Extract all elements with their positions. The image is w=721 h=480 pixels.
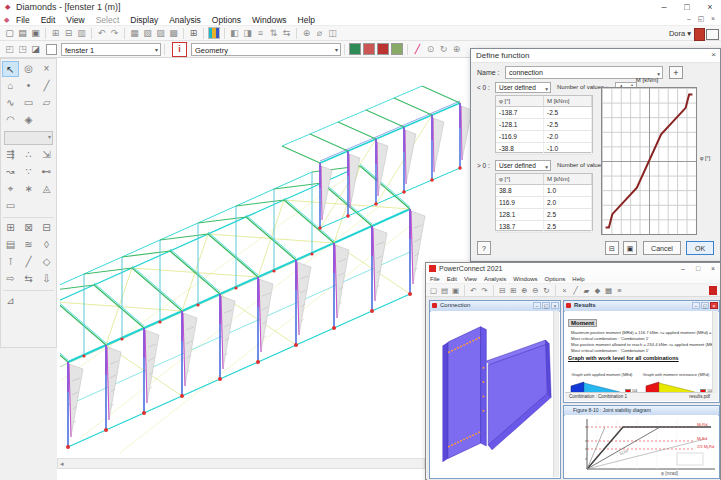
mesh-tool-5[interactable]: ≋ — [20, 237, 37, 253]
pc-minimize-button[interactable]: – — [676, 263, 690, 274]
menu-edit[interactable]: Edit — [41, 15, 56, 25]
list-icon[interactable]: ≡ — [254, 27, 267, 40]
pc-report-icon[interactable]: ⊞ — [508, 285, 519, 296]
maximize-button[interactable]: □ — [676, 0, 698, 14]
cell-moment[interactable]: 2.5 — [544, 221, 592, 232]
print-icon[interactable]: ⊟ — [62, 27, 75, 40]
pc-menu-view[interactable]: View — [464, 276, 477, 282]
cell-angle[interactable]: 128.1 — [496, 209, 544, 220]
help-button[interactable]: ? — [477, 241, 491, 255]
cell-angle[interactable]: -38.8 — [496, 143, 544, 154]
cell-angle[interactable]: -138.7 — [496, 107, 544, 118]
rotate-icon[interactable]: ↻ — [437, 43, 450, 56]
open-file-icon[interactable]: ▤ — [16, 27, 29, 40]
menu-analysis[interactable]: Analysis — [169, 15, 201, 25]
select-tool[interactable]: ↖ — [2, 61, 19, 77]
display-left-icon[interactable]: ◧ — [228, 27, 241, 40]
display-right-icon[interactable]: ◨ — [241, 27, 254, 40]
print-button[interactable]: ⊟ — [605, 241, 619, 255]
results-body[interactable]: Moment Maximum positive moment (MRd) = 1… — [565, 311, 718, 401]
mesh-tool-2[interactable]: ⊠ — [20, 220, 37, 236]
flip-vertical-icon[interactable]: ⇅ — [267, 27, 280, 40]
new-file-icon[interactable]: ▢ — [3, 27, 16, 40]
cell-angle[interactable]: -116.9 — [496, 131, 544, 142]
pc-new-icon[interactable]: ▢ — [428, 285, 439, 296]
node-tool[interactable]: • — [20, 78, 37, 94]
pc-menu-options[interactable]: Options — [545, 276, 566, 282]
red-grid-2-icon[interactable] — [377, 43, 389, 55]
section-icon[interactable]: ◫ — [326, 27, 339, 40]
dialog-titlebar[interactable]: Define function — [471, 49, 720, 63]
measure-tool[interactable]: ⌂ — [2, 78, 19, 94]
misc-tool-1[interactable]: ⊿ — [2, 293, 19, 309]
line-tool[interactable]: ╱ — [38, 78, 55, 94]
mesh-tool-6[interactable]: ◊ — [38, 237, 55, 253]
edit-tool-5[interactable]: ∵ — [20, 164, 37, 180]
undo-icon[interactable]: ↶ — [95, 27, 108, 40]
pc-menu-windows[interactable]: Windows — [513, 276, 537, 282]
delete-tool[interactable]: × — [38, 61, 55, 77]
viewer-canvas[interactable] — [431, 311, 559, 477]
monitor-icon[interactable] — [706, 29, 719, 40]
results-restore-button[interactable]: ◱ — [701, 302, 709, 309]
pc-redo-icon[interactable]: ↷ — [479, 285, 490, 296]
user-menu[interactable]: Dora ▾ — [669, 29, 691, 38]
pc-menu-edit[interactable]: Edit — [447, 276, 457, 282]
cell-moment[interactable]: 2.5 — [544, 209, 592, 220]
child-minimize-button[interactable]: – — [683, 15, 695, 22]
brush-icon[interactable]: ╱ — [411, 43, 424, 56]
cell-angle[interactable]: 138.7 — [496, 221, 544, 232]
positive-type-combobox[interactable]: User defined ▾ — [495, 160, 551, 171]
pc-save-icon[interactable]: ▣ — [450, 285, 461, 296]
solid-tool[interactable]: ◈ — [20, 112, 37, 128]
redo-icon[interactable]: ↷ — [108, 27, 121, 40]
pc-delete-icon[interactable]: × — [559, 285, 570, 296]
pc-menu-analysis[interactable]: Analysis — [484, 276, 506, 282]
viewer-minimize-button[interactable]: – — [533, 302, 541, 309]
mesh-tool-12[interactable]: ⇩ — [38, 271, 55, 287]
mesh-tool-11[interactable]: ⇆ — [20, 271, 37, 287]
flip-horizontal-icon[interactable]: ⇆ — [280, 27, 293, 40]
pc-bolt-icon[interactable]: ◆ — [592, 285, 603, 296]
ok-button[interactable]: OK — [686, 241, 714, 255]
horizontal-scrollbar[interactable]: ◂ — [57, 458, 425, 469]
child-restore-button[interactable]: ◱ — [695, 15, 707, 23]
grid-mode-1-icon[interactable]: ▦ — [128, 27, 141, 40]
grid-mode-3-icon[interactable]: ▨ — [154, 27, 167, 40]
menu-help[interactable]: Help — [298, 15, 315, 25]
load-case-icon[interactable] — [349, 43, 361, 55]
menu-view[interactable]: View — [66, 15, 84, 25]
grid-mode-2-icon[interactable]: ▧ — [141, 27, 154, 40]
mesh-tool-9[interactable]: ◇ — [38, 254, 55, 270]
mesh-tool-8[interactable]: ╱ — [20, 254, 37, 270]
cell-angle[interactable]: 38.8 — [496, 185, 544, 196]
results-minimize-button[interactable]: – — [692, 302, 700, 309]
cancel-button[interactable]: Cancel — [643, 241, 681, 255]
info-tool[interactable]: ◎ — [20, 61, 37, 77]
menu-display[interactable]: Display — [130, 15, 158, 25]
menu-windows[interactable]: Windows — [252, 15, 286, 25]
edit-tool-10[interactable]: ▭ — [2, 198, 19, 214]
pc-list-icon[interactable]: ≡ — [614, 285, 625, 296]
menu-file[interactable]: File — [16, 15, 30, 25]
cell-moment[interactable]: 2.0 — [544, 197, 592, 208]
pc-rotate-icon[interactable]: ↻ — [541, 285, 552, 296]
scroll-left-icon[interactable]: ◂ — [60, 460, 64, 467]
beam-tool[interactable]: ▭ — [20, 95, 37, 111]
license-badge-icon[interactable] — [694, 28, 705, 41]
pc-open-icon[interactable]: ▤ — [439, 285, 450, 296]
negative-type-combobox[interactable]: User defined ▾ — [495, 82, 551, 93]
pc-menu-help[interactable]: Help — [572, 276, 584, 282]
mesh-tool-7[interactable]: ⊺ — [2, 254, 19, 270]
menu-options[interactable]: Options — [212, 15, 241, 25]
previous-window-icon[interactable]: ◰ — [3, 43, 16, 56]
results-chart-icon[interactable] — [208, 27, 220, 39]
results-heading[interactable]: Moment — [568, 319, 597, 327]
edit-tool-6[interactable]: ⊷ — [38, 164, 55, 180]
mesh-tool-3[interactable]: ⊟ — [38, 220, 55, 236]
green-grid-icon[interactable] — [391, 43, 403, 55]
cell-moment[interactable]: -2.5 — [544, 119, 592, 130]
child-close-button[interactable]: × — [707, 15, 719, 22]
pc-maximize-button[interactable]: □ — [691, 263, 705, 274]
mesh-tool-10[interactable]: ⇨ — [2, 271, 19, 287]
